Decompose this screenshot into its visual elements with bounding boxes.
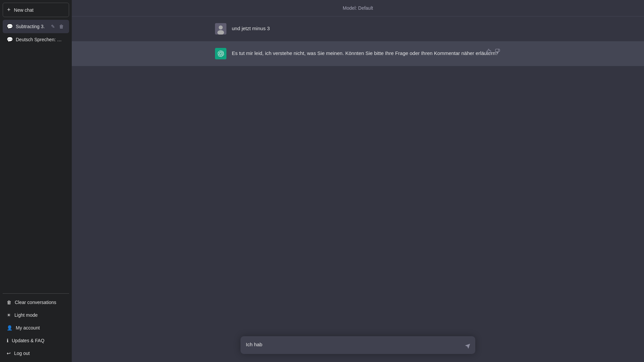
user-avatar [215,23,226,35]
light-mode-button[interactable]: ☀ Light mode [3,309,69,321]
conversation-label: Subtracting 3. [16,24,47,29]
new-chat-button[interactable]: + New chat [3,3,69,17]
trash-icon: 🗑 [7,300,11,305]
input-area [72,331,644,362]
input-wrapper [240,336,475,354]
clear-conversations-button[interactable]: 🗑 Clear conversations [3,296,69,308]
sidebar-bottom: 🗑 Clear conversations ☀ Light mode 👤 My … [3,293,69,359]
thumbs-down-button[interactable] [494,48,501,56]
chat-icon: 💬 [7,37,13,43]
updates-faq-label: Updates & FAQ [12,338,44,343]
new-chat-label: New chat [14,7,34,13]
light-mode-label: Light mode [14,312,38,318]
plus-icon: + [7,6,11,13]
updates-faq-button[interactable]: ℹ Updates & FAQ [3,335,69,347]
gpt-logo-svg [217,50,224,57]
messages-area: und jetzt minus 3 Es tut mir leid, ich v… [72,16,644,331]
user-message: und jetzt minus 3 [207,16,509,41]
model-label: Model: Default [343,5,373,11]
conversation-item-deutsch[interactable]: 💬 Deutsch Sprechen: Hilfe Angel... [3,33,69,46]
user-message-container: und jetzt minus 3 [72,16,644,41]
user-icon: 👤 [7,325,12,330]
edit-conversation-button[interactable]: ✎ [50,23,56,30]
conversation-item-actions: ✎ 🗑 [50,23,65,30]
assistant-message-content: Es tut mir leid, ich verstehe nicht, was… [232,48,501,57]
log-out-button[interactable]: ↩ Log out [3,347,69,359]
conversation-list: 💬 Subtracting 3. ✎ 🗑 💬 Deutsch Sprechen:… [3,20,69,293]
info-icon: ℹ [7,338,8,343]
conversation-label: Deutsch Sprechen: Hilfe Angel... [16,37,65,42]
sun-icon: ☀ [7,312,11,318]
main-content: Model: Default und jetzt minus 3 [72,0,644,362]
delete-conversation-button[interactable]: 🗑 [58,23,65,30]
my-account-label: My account [16,325,40,330]
clear-conversations-label: Clear conversations [15,300,56,305]
assistant-message: Es tut mir leid, ich verstehe nicht, was… [207,41,509,66]
chat-icon: 💬 [7,23,13,29]
assistant-message-container: Es tut mir leid, ich verstehe nicht, was… [72,41,644,66]
my-account-button[interactable]: 👤 My account [3,322,69,334]
svg-point-1 [219,25,223,29]
thumbs-down-icon [495,49,500,54]
conversation-item-subtracting-3[interactable]: 💬 Subtracting 3. ✎ 🗑 [3,20,69,33]
gpt-avatar [215,48,226,59]
thumbs-up-icon [486,49,491,54]
user-message-content: und jetzt minus 3 [232,23,501,33]
send-button[interactable] [463,342,472,351]
sidebar: + New chat 💬 Subtracting 3. ✎ 🗑 💬 Deutsc… [0,0,72,362]
chat-input[interactable] [240,336,475,353]
thumbs-up-button[interactable] [485,48,492,56]
model-header: Model: Default [72,0,644,16]
message-actions [485,48,501,56]
send-icon [465,343,471,349]
log-out-label: Log out [14,351,30,356]
logout-icon: ↩ [7,351,11,356]
